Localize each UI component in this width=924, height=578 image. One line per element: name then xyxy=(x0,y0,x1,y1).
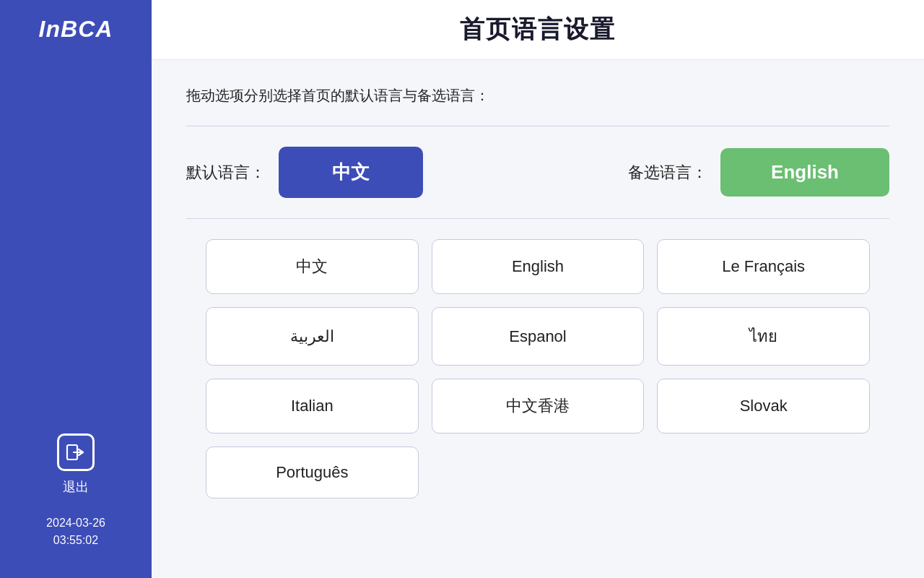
lang-option-es[interactable]: Espanol xyxy=(432,307,645,366)
top-divider xyxy=(186,126,889,126)
alt-lang-label: 备选语言： xyxy=(628,162,707,184)
logout-icon xyxy=(66,442,86,462)
lang-option-pt[interactable]: Português xyxy=(206,447,419,499)
logout-button[interactable] xyxy=(57,434,95,471)
alt-lang-button[interactable]: English xyxy=(720,148,889,197)
time-line: 03:55:02 xyxy=(53,534,98,546)
lang-option-zh-hk[interactable]: 中文香港 xyxy=(432,379,645,434)
lang-option-th[interactable]: ไทย xyxy=(657,307,870,366)
content-area: 拖动选项分别选择首页的默认语言与备选语言： 默认语言： 中文 备选语言： Eng… xyxy=(152,60,924,578)
instruction-text: 拖动选项分别选择首页的默认语言与备选语言： xyxy=(186,86,889,105)
main-content: 首页语言设置 拖动选项分别选择首页的默认语言与备选语言： 默认语言： 中文 备选… xyxy=(152,0,924,578)
datetime: 2024-03-26 03:55:02 xyxy=(46,514,105,549)
default-lang-button[interactable]: 中文 xyxy=(279,147,423,198)
date-line: 2024-03-26 xyxy=(46,517,105,529)
lang-selection-row: 默认语言： 中文 备选语言： English xyxy=(186,147,889,198)
logo-text: InBCA xyxy=(39,16,113,43)
default-lang-label: 默认语言： xyxy=(186,162,266,184)
lang-option-ar[interactable]: العربية xyxy=(206,307,419,366)
page-header: 首页语言设置 xyxy=(152,0,924,60)
logout-label: 退出 xyxy=(63,478,89,496)
default-lang-group: 默认语言： 中文 xyxy=(186,147,538,198)
sidebar-logo: InBCA xyxy=(0,0,152,59)
lang-option-en[interactable]: English xyxy=(432,239,645,294)
page-title: 首页语言设置 xyxy=(460,13,616,46)
lang-option-zh[interactable]: 中文 xyxy=(206,239,419,294)
lang-option-fr[interactable]: Le Français xyxy=(657,239,870,294)
mid-divider xyxy=(186,218,889,219)
lang-grid: 中文EnglishLe FrançaisالعربيةEspanolไทยIta… xyxy=(206,239,870,499)
sidebar-bottom: 退出 2024-03-26 03:55:02 xyxy=(46,434,105,549)
sidebar: InBCA 退出 2024-03-26 03:55:02 xyxy=(0,0,152,578)
alt-lang-group: 备选语言： English xyxy=(538,148,889,197)
lang-option-it[interactable]: Italian xyxy=(206,379,419,434)
lang-option-sk[interactable]: Slovak xyxy=(657,379,870,434)
